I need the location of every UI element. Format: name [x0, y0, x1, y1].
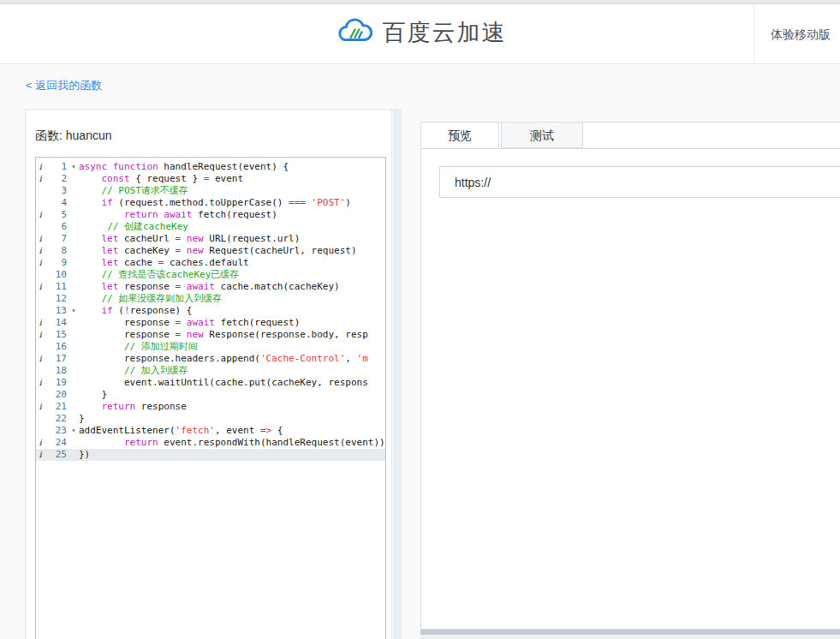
code-line[interactable]: 20 } [36, 389, 385, 401]
line-number: 25 [45, 449, 69, 461]
line-number: 23 [45, 425, 69, 437]
code-text: return await fetch(request) [79, 209, 385, 221]
code-text: // 添加过期时间 [79, 341, 385, 353]
code-line[interactable]: i1▾async function handleRequest(event) { [36, 161, 385, 173]
code-line[interactable]: i8 let cacheKey = new Request(cacheUrl, … [36, 245, 385, 257]
fold-spacer [69, 413, 79, 425]
code-line[interactable]: i9 let cache = caches.default [36, 257, 385, 269]
fold-chevron-down-icon[interactable]: ▾ [69, 425, 79, 437]
line-number: 6 [45, 221, 69, 233]
fold-spacer [69, 329, 79, 341]
code-text: let cache = caches.default [79, 257, 385, 269]
gutter-spacer [36, 185, 45, 197]
line-number: 13 [45, 305, 69, 317]
code-line[interactable]: i5 return await fetch(request) [36, 209, 385, 221]
code-line[interactable]: 3 // POST请求不缓存 [36, 185, 385, 197]
code-editor[interactable]: i1▾async function handleRequest(event) {… [35, 157, 386, 639]
code-text: // POST请求不缓存 [79, 185, 385, 197]
code-text: response = new Response(response.body, r… [79, 329, 385, 341]
code-line[interactable]: i21 return response [36, 401, 385, 413]
code-text: // 加入到缓存 [79, 365, 385, 377]
info-marker-icon: i [36, 437, 45, 449]
code-text: } [79, 413, 385, 425]
gutter-spacer [36, 389, 45, 401]
line-number: 5 [45, 209, 69, 221]
fold-spacer [69, 365, 79, 377]
fold-spacer [69, 269, 79, 281]
code-line[interactable]: 4 if (request.method.toUpperCase() === '… [36, 197, 385, 209]
code-lines: i1▾async function handleRequest(event) {… [36, 158, 385, 461]
line-number: 3 [45, 185, 69, 197]
panel-splitter[interactable] [393, 109, 402, 639]
line-number: 4 [45, 197, 69, 209]
line-number: 15 [45, 329, 69, 341]
preview-url-input[interactable] [439, 166, 840, 198]
info-marker-icon: i [36, 317, 45, 329]
code-line[interactable]: 23▾addEventListener('fetch', event => { [36, 425, 385, 437]
code-text: async function handleRequest(event) { [79, 161, 385, 173]
fold-chevron-down-icon[interactable]: ▾ [69, 305, 79, 317]
line-number: 24 [45, 437, 69, 449]
code-text: let response = await cache.match(cacheKe… [79, 281, 385, 293]
tab-test[interactable]: 测试 [501, 122, 583, 148]
gutter-spacer [36, 221, 45, 233]
code-text: const { request } = event [79, 173, 385, 185]
code-line[interactable]: 12 // 如果没缓存则加入到缓存 [36, 293, 385, 305]
gutter-spacer [36, 425, 45, 437]
code-text: response.headers.append('Cache-Control',… [79, 353, 385, 365]
code-line[interactable]: 13▾ if (!response) { [36, 305, 385, 317]
code-line[interactable]: i2 const { request } = event [36, 173, 385, 185]
code-line[interactable]: i15 response = new Response(response.bod… [36, 329, 385, 341]
gutter-spacer [36, 197, 45, 209]
code-text: addEventListener('fetch', event => { [79, 425, 385, 437]
header: 百度云加速 体验移动版 [0, 4, 840, 64]
code-text: if (request.method.toUpperCase() === 'PO… [79, 197, 385, 209]
fold-chevron-down-icon[interactable]: ▾ [69, 161, 79, 173]
info-marker-icon: i [36, 257, 45, 269]
line-number: 17 [45, 353, 69, 365]
fold-spacer [69, 401, 79, 413]
tab-preview[interactable]: 预览 [420, 122, 499, 148]
gutter-spacer [36, 293, 45, 305]
code-line[interactable]: i19 event.waitUntil(cache.put(cacheKey, … [36, 377, 385, 389]
brand-logo[interactable]: 百度云加速 [334, 15, 507, 50]
header-divider [754, 4, 754, 63]
mobile-version-link[interactable]: 体验移动版 [771, 27, 831, 43]
fold-spacer [69, 353, 79, 365]
code-line[interactable]: i17 response.headers.append('Cache-Contr… [36, 353, 385, 365]
horizontal-scrollbar-thumb[interactable] [420, 630, 840, 635]
line-number: 18 [45, 365, 69, 377]
code-line[interactable]: 16 // 添加过期时间 [36, 341, 385, 353]
code-text: // 创建cacheKey [79, 221, 385, 233]
code-line[interactable]: 18 // 加入到缓存 [36, 365, 385, 377]
fold-spacer [69, 185, 79, 197]
fold-spacer [69, 317, 79, 329]
info-marker-icon: i [36, 173, 45, 185]
fold-spacer [69, 221, 79, 233]
code-line[interactable]: i7 let cacheUrl = new URL(request.url) [36, 233, 385, 245]
line-number: 2 [45, 173, 69, 185]
code-line[interactable]: i11 let response = await cache.match(cac… [36, 281, 385, 293]
line-number: 19 [45, 377, 69, 389]
gutter-spacer [36, 413, 45, 425]
fold-spacer [69, 437, 79, 449]
info-marker-icon: i [36, 401, 45, 413]
code-text: let cacheUrl = new URL(request.url) [79, 233, 385, 245]
code-line[interactable]: 10 // 查找是否该cacheKey已缓存 [36, 269, 385, 281]
fold-spacer [69, 449, 79, 461]
code-line[interactable]: i14 response = await fetch(request) [36, 317, 385, 329]
page-content: < 返回我的函数 函数: huancun i1▾async function h… [0, 64, 840, 639]
code-text: // 如果没缓存则加入到缓存 [79, 293, 385, 305]
info-marker-icon: i [36, 245, 45, 257]
line-number: 11 [45, 281, 69, 293]
code-line[interactable]: 6 // 创建cacheKey [36, 221, 385, 233]
code-line[interactable]: i24 return event.respondWith(handleReque… [36, 437, 385, 449]
info-marker-icon: i [36, 209, 45, 221]
back-to-functions-link[interactable]: < 返回我的函数 [26, 78, 102, 93]
function-editor-card: 函数: huancun i1▾async function handleRequ… [25, 109, 392, 639]
code-line[interactable]: 22} [36, 413, 385, 425]
horizontal-scrollbar-track [420, 630, 840, 639]
info-marker-icon: i [36, 377, 45, 389]
code-line[interactable]: i25}) [36, 449, 385, 461]
fold-spacer [69, 233, 79, 245]
